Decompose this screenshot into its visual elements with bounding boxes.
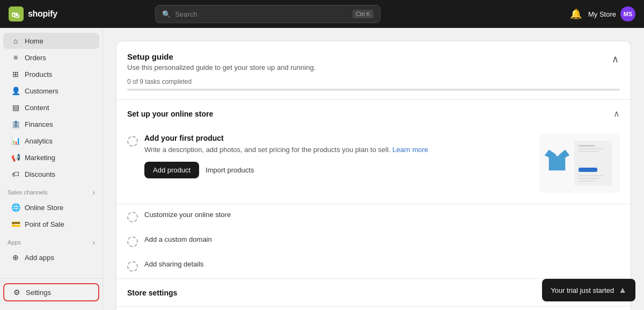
product-illustration bbox=[539, 134, 620, 193]
progress-label: 0 of 9 tasks completed bbox=[127, 78, 620, 85]
search-icon: 🔍 bbox=[162, 10, 171, 18]
main-layout: ⌂ Home ≡ Orders ⊞ Products 👤 Customers ▤… bbox=[0, 28, 644, 310]
sidebar-item-products[interactable]: ⊞ Products bbox=[3, 66, 99, 82]
task-label: Add a custom domain bbox=[144, 235, 212, 243]
add-sharing-details-task[interactable]: Add sharing details bbox=[116, 254, 631, 278]
svg-rect-8 bbox=[579, 178, 599, 179]
sidebar-item-online-store[interactable]: 🌐 Online Store bbox=[3, 199, 99, 215]
trial-toast[interactable]: Your trial just started ▲ bbox=[542, 279, 635, 301]
store-selector-button[interactable]: My Store MS bbox=[588, 6, 635, 21]
settings-label: Settings bbox=[26, 289, 51, 297]
shopify-wordmark: shopify bbox=[28, 9, 57, 19]
sidebar-item-label: Orders bbox=[25, 54, 46, 62]
svg-rect-7 bbox=[579, 175, 603, 176]
sidebar-item-label: Content bbox=[25, 104, 49, 112]
progress-section: 0 of 9 tasks completed bbox=[116, 78, 631, 99]
task-description: Write a description, add photos, and set… bbox=[144, 145, 533, 155]
setup-guide-description: Use this personalized guide to get your … bbox=[127, 63, 316, 71]
sidebar-nav: ⌂ Home ≡ Orders ⊞ Products 👤 Customers ▤… bbox=[0, 32, 103, 278]
task-title: Add your first product bbox=[144, 134, 533, 142]
sidebar-item-label: Products bbox=[25, 70, 52, 78]
shopify-bag-icon: 🛍 bbox=[9, 6, 24, 21]
sidebar-item-analytics[interactable]: 📊 Analytics bbox=[3, 133, 99, 149]
online-store-icon: 🌐 bbox=[11, 203, 20, 212]
task-circle bbox=[127, 236, 138, 247]
sidebar-item-marketing[interactable]: 📢 Marketing bbox=[3, 149, 99, 165]
avatar: MS bbox=[620, 6, 635, 21]
sales-channels-label: Sales channels › bbox=[0, 183, 103, 199]
sidebar-item-label: Add apps bbox=[25, 254, 54, 262]
sidebar-item-discounts[interactable]: 🏷 Discounts bbox=[3, 166, 99, 182]
top-nav: 🛍 shopify 🔍 Ctrl K 🔔 My Store MS bbox=[0, 0, 644, 28]
settings-icon: ⚙ bbox=[12, 288, 21, 297]
sidebar-item-orders[interactable]: ≡ Orders bbox=[3, 49, 99, 66]
task-circle bbox=[127, 136, 138, 147]
svg-rect-5 bbox=[579, 151, 599, 152]
trial-toast-text: Your trial just started bbox=[551, 286, 614, 294]
sidebar-item-label: Point of Sale bbox=[25, 220, 64, 228]
sidebar-item-label: Online Store bbox=[25, 204, 63, 212]
sidebar-item-label: Home bbox=[25, 37, 43, 45]
task-circle-container bbox=[127, 134, 138, 147]
customize-online-store-task[interactable]: Customize your online store bbox=[116, 204, 631, 229]
add-custom-domain-task[interactable]: Add a custom domain bbox=[116, 229, 631, 254]
sidebar-item-label: Customers bbox=[25, 87, 58, 95]
svg-rect-6 bbox=[579, 168, 597, 172]
sidebar-item-customers[interactable]: 👤 Customers bbox=[3, 83, 99, 99]
svg-rect-3 bbox=[579, 145, 595, 147]
search-input[interactable] bbox=[175, 10, 348, 18]
sidebar-item-content[interactable]: ▤ Content bbox=[3, 99, 99, 116]
setup-guide-card: Setup guide Use this personalized guide … bbox=[116, 41, 631, 310]
discounts-icon: 🏷 bbox=[11, 170, 20, 178]
analytics-icon: 📊 bbox=[11, 136, 20, 145]
sidebar-bottom: ⚙ Settings bbox=[0, 278, 103, 306]
finances-icon: 🏦 bbox=[11, 120, 20, 128]
import-products-button[interactable]: Import products bbox=[206, 162, 254, 178]
svg-rect-2 bbox=[574, 141, 612, 186]
setup-online-store-title: Set up your online store bbox=[127, 110, 213, 118]
setup-online-store-accordion[interactable]: Set up your online store ∧ bbox=[116, 100, 631, 127]
shopify-logo: 🛍 shopify bbox=[9, 6, 57, 21]
launch-online-store-accordion: Launch your online store ∨ bbox=[116, 306, 631, 310]
search-shortcut: Ctrl K bbox=[353, 10, 374, 18]
add-first-product-task: Add your first product Write a descripti… bbox=[116, 127, 631, 204]
sidebar: ⌂ Home ≡ Orders ⊞ Products 👤 Customers ▤… bbox=[0, 28, 103, 310]
svg-rect-4 bbox=[579, 148, 603, 149]
sidebar-item-finances[interactable]: 🏦 Finances bbox=[3, 116, 99, 132]
store-settings-title: Store settings bbox=[127, 289, 177, 297]
sidebar-item-label: Marketing bbox=[25, 154, 55, 162]
setup-guide-title-area: Setup guide Use this personalized guide … bbox=[127, 52, 316, 71]
home-icon: ⌂ bbox=[11, 37, 20, 45]
sidebar-item-label: Analytics bbox=[25, 137, 53, 145]
progress-bar-background bbox=[127, 89, 620, 91]
trial-toast-chevron-up-icon: ▲ bbox=[618, 285, 627, 295]
orders-icon: ≡ bbox=[11, 53, 20, 62]
sidebar-item-home[interactable]: ⌂ Home bbox=[3, 33, 99, 49]
notification-bell-button[interactable]: 🔔 bbox=[570, 8, 582, 20]
nav-right: 🔔 My Store MS bbox=[570, 6, 635, 21]
add-product-button[interactable]: Add product bbox=[144, 162, 199, 178]
sidebar-item-point-of-sale[interactable]: 💳 Point of Sale bbox=[3, 216, 99, 232]
content-icon: ▤ bbox=[11, 103, 20, 112]
sidebar-item-label: Finances bbox=[25, 120, 53, 128]
product-illustration-svg bbox=[542, 136, 617, 190]
main-content: Setup guide Use this personalized guide … bbox=[103, 28, 644, 310]
setup-online-store-chevron-up-icon: ∧ bbox=[613, 109, 620, 119]
point-of-sale-icon: 💳 bbox=[11, 220, 20, 228]
task-circle bbox=[127, 212, 138, 222]
setup-guide-title: Setup guide bbox=[127, 52, 316, 61]
search-bar[interactable]: 🔍 Ctrl K bbox=[155, 5, 380, 23]
setup-guide-collapse-button[interactable]: ∧ bbox=[611, 52, 620, 66]
task-label: Add sharing details bbox=[144, 260, 204, 268]
store-name: My Store bbox=[588, 10, 616, 18]
launch-online-store-header[interactable]: Launch your online store ∨ bbox=[116, 307, 631, 310]
svg-rect-9 bbox=[579, 181, 595, 182]
task-actions: Add product Import products bbox=[144, 162, 533, 178]
sidebar-item-add-apps[interactable]: ⊕ Add apps bbox=[3, 249, 99, 265]
svg-text:🛍: 🛍 bbox=[11, 10, 19, 19]
task-content: Add your first product Write a descripti… bbox=[144, 134, 533, 178]
learn-more-link[interactable]: Learn more bbox=[392, 146, 428, 154]
settings-item[interactable]: ⚙ Settings bbox=[3, 283, 99, 301]
apps-label: Apps › bbox=[0, 233, 103, 249]
task-circle bbox=[127, 261, 138, 272]
